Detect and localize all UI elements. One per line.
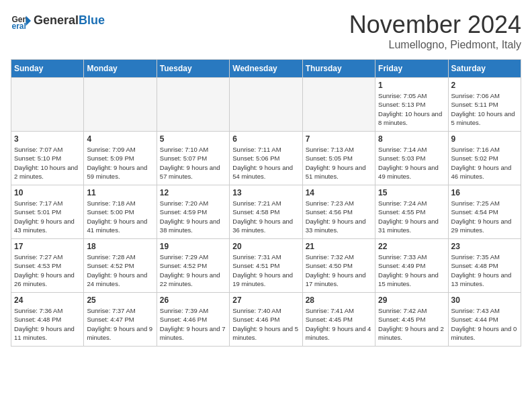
day-number: 9: [451, 134, 518, 144]
day-number: 23: [451, 242, 518, 251]
calendar-cell: 12Sunrise: 7:20 AM Sunset: 4:59 PM Dayli…: [157, 185, 229, 239]
day-info: Sunrise: 7:17 AM Sunset: 5:01 PM Dayligh…: [14, 199, 81, 234]
day-number: 11: [87, 188, 153, 197]
day-number: 22: [378, 242, 445, 251]
day-info: Sunrise: 7:23 AM Sunset: 4:56 PM Dayligh…: [306, 199, 372, 234]
day-info: Sunrise: 7:41 AM Sunset: 4:45 PM Dayligh…: [306, 306, 372, 342]
calendar-cell: 9Sunrise: 7:16 AM Sunset: 5:02 PM Daylig…: [448, 132, 521, 185]
day-number: 14: [306, 188, 372, 197]
day-info: Sunrise: 7:29 AM Sunset: 4:52 PM Dayligh…: [160, 253, 226, 288]
day-number: 6: [232, 134, 299, 144]
calendar-cell: 5Sunrise: 7:10 AM Sunset: 5:07 PM Daylig…: [157, 132, 229, 185]
day-info: Sunrise: 7:36 AM Sunset: 4:48 PM Dayligh…: [14, 306, 81, 342]
day-info: Sunrise: 7:21 AM Sunset: 4:58 PM Dayligh…: [232, 199, 299, 234]
day-header-tuesday: Tuesday: [157, 60, 229, 78]
calendar-cell: 21Sunrise: 7:32 AM Sunset: 4:50 PM Dayli…: [302, 239, 375, 293]
day-number: 3: [14, 134, 81, 144]
day-info: Sunrise: 7:10 AM Sunset: 5:07 PM Dayligh…: [160, 145, 226, 181]
location-subtitle: Lumellogno, Piedmont, Italy: [349, 39, 521, 51]
calendar-cell: 25Sunrise: 7:37 AM Sunset: 4:47 PM Dayli…: [84, 293, 157, 347]
calendar-cell: 8Sunrise: 7:14 AM Sunset: 5:03 PM Daylig…: [375, 132, 448, 185]
day-info: Sunrise: 7:40 AM Sunset: 4:46 PM Dayligh…: [232, 306, 299, 342]
page-header: Gen eral GeneralBlue November 2024 Lumel…: [11, 11, 521, 51]
day-header-thursday: Thursday: [302, 60, 375, 78]
day-number: 24: [14, 295, 81, 305]
calendar-cell: 10Sunrise: 7:17 AM Sunset: 5:01 PM Dayli…: [11, 185, 84, 239]
day-info: Sunrise: 7:31 AM Sunset: 4:51 PM Dayligh…: [232, 253, 299, 288]
calendar-cell: 6Sunrise: 7:11 AM Sunset: 5:06 PM Daylig…: [230, 132, 302, 185]
day-number: 28: [306, 295, 372, 305]
calendar-cell: 7Sunrise: 7:13 AM Sunset: 5:05 PM Daylig…: [302, 132, 375, 185]
week-row-5: 24Sunrise: 7:36 AM Sunset: 4:48 PM Dayli…: [11, 293, 521, 347]
week-row-4: 17Sunrise: 7:27 AM Sunset: 4:53 PM Dayli…: [11, 239, 521, 293]
day-info: Sunrise: 7:39 AM Sunset: 4:46 PM Dayligh…: [160, 306, 226, 342]
day-info: Sunrise: 7:06 AM Sunset: 5:11 PM Dayligh…: [451, 91, 518, 127]
day-info: Sunrise: 7:28 AM Sunset: 4:52 PM Dayligh…: [87, 253, 153, 288]
day-number: 18: [87, 242, 153, 251]
day-info: Sunrise: 7:14 AM Sunset: 5:03 PM Dayligh…: [378, 145, 445, 181]
calendar-cell: 18Sunrise: 7:28 AM Sunset: 4:52 PM Dayli…: [84, 239, 157, 293]
day-info: Sunrise: 7:20 AM Sunset: 4:59 PM Dayligh…: [160, 199, 226, 234]
day-number: 19: [160, 242, 226, 251]
day-header-sunday: Sunday: [11, 60, 84, 78]
day-info: Sunrise: 7:35 AM Sunset: 4:48 PM Dayligh…: [451, 253, 518, 288]
day-number: 25: [87, 295, 153, 305]
week-row-2: 3Sunrise: 7:07 AM Sunset: 5:10 PM Daylig…: [11, 132, 521, 185]
day-info: Sunrise: 7:25 AM Sunset: 4:54 PM Dayligh…: [451, 199, 518, 234]
month-title: November 2024: [349, 11, 521, 39]
day-number: 15: [378, 188, 445, 197]
calendar-cell: 15Sunrise: 7:24 AM Sunset: 4:55 PM Dayli…: [375, 185, 448, 239]
week-row-1: 1Sunrise: 7:05 AM Sunset: 5:13 PM Daylig…: [11, 78, 521, 132]
day-header-monday: Monday: [84, 60, 157, 78]
calendar-cell: [302, 78, 375, 132]
day-number: 17: [14, 242, 81, 251]
calendar-cell: 29Sunrise: 7:42 AM Sunset: 4:45 PM Dayli…: [375, 293, 448, 347]
day-number: 5: [160, 134, 226, 144]
day-info: Sunrise: 7:33 AM Sunset: 4:49 PM Dayligh…: [378, 253, 445, 288]
calendar-cell: 19Sunrise: 7:29 AM Sunset: 4:52 PM Dayli…: [157, 239, 229, 293]
calendar-cell: [157, 78, 229, 132]
calendar-cell: 27Sunrise: 7:40 AM Sunset: 4:46 PM Dayli…: [230, 293, 302, 347]
calendar-cell: 16Sunrise: 7:25 AM Sunset: 4:54 PM Dayli…: [448, 185, 521, 239]
calendar-cell: 28Sunrise: 7:41 AM Sunset: 4:45 PM Dayli…: [302, 293, 375, 347]
title-block: November 2024 Lumellogno, Piedmont, Ital…: [349, 11, 521, 51]
logo-text: GeneralBlue: [34, 14, 105, 28]
calendar-cell: 20Sunrise: 7:31 AM Sunset: 4:51 PM Dayli…: [230, 239, 302, 293]
day-number: 29: [378, 295, 445, 305]
calendar-cell: [230, 78, 302, 132]
day-info: Sunrise: 7:05 AM Sunset: 5:13 PM Dayligh…: [378, 91, 445, 127]
day-info: Sunrise: 7:18 AM Sunset: 5:00 PM Dayligh…: [87, 199, 153, 234]
svg-text:eral: eral: [12, 21, 26, 31]
calendar-cell: 30Sunrise: 7:43 AM Sunset: 4:44 PM Dayli…: [448, 293, 521, 347]
calendar-cell: 26Sunrise: 7:39 AM Sunset: 4:46 PM Dayli…: [157, 293, 229, 347]
day-number: 30: [451, 295, 518, 305]
day-number: 13: [232, 188, 299, 197]
calendar-cell: 22Sunrise: 7:33 AM Sunset: 4:49 PM Dayli…: [375, 239, 448, 293]
day-info: Sunrise: 7:43 AM Sunset: 4:44 PM Dayligh…: [451, 306, 518, 342]
calendar-cell: 24Sunrise: 7:36 AM Sunset: 4:48 PM Dayli…: [11, 293, 84, 347]
calendar-table: SundayMondayTuesdayWednesdayThursdayFrid…: [11, 59, 521, 347]
day-info: Sunrise: 7:13 AM Sunset: 5:05 PM Dayligh…: [306, 145, 372, 181]
day-header-saturday: Saturday: [448, 60, 521, 78]
day-info: Sunrise: 7:09 AM Sunset: 5:09 PM Dayligh…: [87, 145, 153, 181]
week-row-3: 10Sunrise: 7:17 AM Sunset: 5:01 PM Dayli…: [11, 185, 521, 239]
calendar-cell: 11Sunrise: 7:18 AM Sunset: 5:00 PM Dayli…: [84, 185, 157, 239]
calendar-cell: 4Sunrise: 7:09 AM Sunset: 5:09 PM Daylig…: [84, 132, 157, 185]
calendar-cell: 13Sunrise: 7:21 AM Sunset: 4:58 PM Dayli…: [230, 185, 302, 239]
day-number: 26: [160, 295, 226, 305]
calendar-cell: 3Sunrise: 7:07 AM Sunset: 5:10 PM Daylig…: [11, 132, 84, 185]
calendar-cell: 23Sunrise: 7:35 AM Sunset: 4:48 PM Dayli…: [448, 239, 521, 293]
day-header-wednesday: Wednesday: [230, 60, 302, 78]
day-info: Sunrise: 7:32 AM Sunset: 4:50 PM Dayligh…: [306, 253, 372, 288]
header-row: SundayMondayTuesdayWednesdayThursdayFrid…: [11, 60, 521, 78]
day-number: 21: [306, 242, 372, 251]
day-info: Sunrise: 7:11 AM Sunset: 5:06 PM Dayligh…: [232, 145, 299, 181]
day-info: Sunrise: 7:24 AM Sunset: 4:55 PM Dayligh…: [378, 199, 445, 234]
day-number: 8: [378, 134, 445, 144]
day-info: Sunrise: 7:16 AM Sunset: 5:02 PM Dayligh…: [451, 145, 518, 181]
calendar-cell: 2Sunrise: 7:06 AM Sunset: 5:11 PM Daylig…: [448, 78, 521, 132]
calendar-cell: 14Sunrise: 7:23 AM Sunset: 4:56 PM Dayli…: [302, 185, 375, 239]
day-number: 7: [306, 134, 372, 144]
day-info: Sunrise: 7:07 AM Sunset: 5:10 PM Dayligh…: [14, 145, 81, 181]
calendar-cell: 17Sunrise: 7:27 AM Sunset: 4:53 PM Dayli…: [11, 239, 84, 293]
